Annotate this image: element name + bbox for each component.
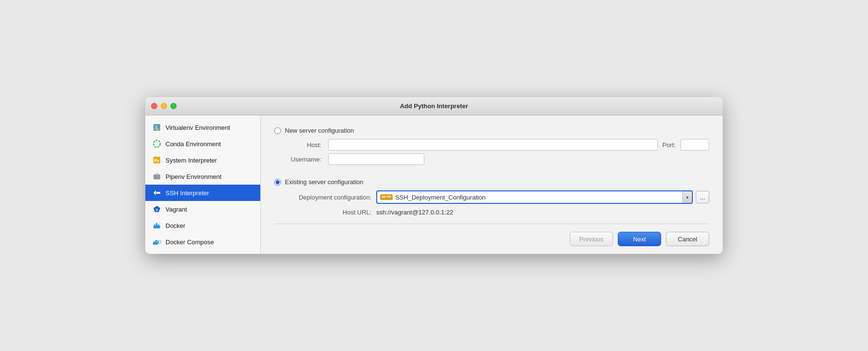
deployment-label: Deployment configuration:	[285, 194, 371, 201]
virtualenv-label: Virtualenv Environment	[166, 124, 230, 131]
main-panel: New server configuration Host: Port: Use…	[261, 115, 723, 254]
host-label: Host:	[285, 141, 323, 149]
existing-server-text: Existing server configuration	[285, 178, 363, 186]
traffic-lights	[151, 103, 177, 109]
window-title: Add Python Interpreter	[400, 102, 468, 110]
sidebar-item-vagrant[interactable]: V Vagrant	[145, 201, 260, 217]
sidebar-item-virtualenv[interactable]: 🐍 Virtualenv Environment	[145, 119, 260, 136]
svg-marker-7	[153, 190, 156, 195]
new-server-radio[interactable]	[274, 127, 281, 134]
docker-label: Docker	[166, 222, 185, 229]
pipenv-label: Pipenv Environment	[166, 173, 221, 180]
new-server-text: New server configuration	[285, 127, 354, 134]
username-label: Username:	[285, 156, 323, 163]
username-input[interactable]	[328, 153, 424, 165]
svg-text:🐍: 🐍	[154, 125, 160, 131]
sidebar-item-ssh[interactable]: SSH Interpreter	[145, 185, 260, 201]
close-button[interactable]	[151, 103, 157, 109]
port-input[interactable]	[680, 139, 709, 150]
svg-rect-15	[156, 223, 157, 225]
svg-rect-13	[156, 225, 157, 226]
vagrant-icon: V	[152, 204, 162, 214]
existing-server-section: Existing server configuration Deployment…	[274, 178, 709, 216]
svg-rect-12	[154, 225, 155, 226]
deployment-dropdown-wrapper: SFTP SSH_Deployment_Configuration ▾ ...	[376, 190, 709, 204]
existing-server-radio-label[interactable]: Existing server configuration	[274, 178, 709, 186]
next-button[interactable]: Next	[618, 232, 661, 246]
docker-compose-label: Docker Compose	[166, 238, 214, 246]
deployment-dropdown[interactable]: SFTP SSH_Deployment_Configuration ▾	[376, 190, 693, 204]
new-server-section: New server configuration Host: Port: Use…	[274, 127, 709, 173]
existing-server-form: Deployment configuration: SFTP SSH_Deplo…	[285, 190, 709, 216]
new-server-radio-label[interactable]: New server configuration	[274, 127, 709, 134]
ssh-label: SSH Interpreter	[166, 189, 209, 197]
new-server-form: Host: Port: Username:	[285, 139, 709, 165]
svg-rect-5	[153, 175, 160, 179]
pipenv-icon	[152, 172, 162, 181]
svg-text:Py: Py	[154, 158, 159, 163]
system-label: System Interpreter	[166, 157, 217, 164]
virtualenv-icon: 🐍	[152, 123, 162, 132]
sidebar-item-pipenv[interactable]: Pipenv Environment	[145, 168, 260, 185]
port-label: Port:	[663, 141, 676, 149]
conda-icon	[152, 139, 162, 149]
svg-rect-6	[155, 174, 159, 175]
sidebar-item-system[interactable]: Py System Interpreter	[145, 152, 260, 168]
sidebar-item-docker[interactable]: Docker	[145, 217, 260, 234]
sidebar: 🐍 Virtualenv Environment Conda Environme…	[145, 115, 261, 254]
dropdown-arrow-icon: ▾	[682, 190, 692, 204]
svg-text:V: V	[155, 208, 158, 212]
sidebar-item-conda[interactable]: Conda Environment	[145, 136, 260, 152]
minimize-button[interactable]	[161, 103, 167, 109]
svg-rect-17	[153, 241, 155, 243]
titlebar: Add Python Interpreter	[145, 97, 723, 115]
previous-button[interactable]: Previous	[570, 232, 613, 246]
content-area: 🐍 Virtualenv Environment Conda Environme…	[145, 115, 723, 254]
maximize-button[interactable]	[170, 103, 177, 109]
dialog-window: Add Python Interpreter 🐍 Virtualenv Envi…	[145, 97, 723, 254]
ellipsis-button[interactable]: ...	[696, 191, 709, 203]
svg-rect-19	[157, 241, 159, 243]
sftp-badge: SFTP	[380, 194, 393, 200]
host-input[interactable]	[328, 139, 658, 150]
docker-compose-icon	[152, 237, 162, 247]
existing-server-radio[interactable]	[274, 179, 281, 186]
docker-icon	[152, 221, 162, 230]
system-icon: Py	[152, 155, 162, 165]
host-row: Port:	[328, 139, 709, 150]
ellipsis-label: ...	[700, 194, 705, 201]
host-url-label: Host URL:	[285, 209, 371, 216]
ssh-icon	[152, 188, 162, 198]
button-bar: Previous Next Cancel	[274, 224, 709, 246]
host-url-value: ssh://vagrant@127.0.0.1:22	[376, 209, 709, 216]
deployment-value: SSH_Deployment_Configuration	[395, 194, 485, 201]
svg-rect-8	[156, 192, 160, 194]
sidebar-item-docker-compose[interactable]: Docker Compose	[145, 234, 260, 250]
svg-point-2	[153, 140, 160, 147]
vagrant-label: Vagrant	[166, 206, 187, 213]
cancel-button[interactable]: Cancel	[666, 232, 709, 246]
conda-label: Conda Environment	[166, 140, 221, 148]
svg-rect-14	[158, 225, 159, 226]
